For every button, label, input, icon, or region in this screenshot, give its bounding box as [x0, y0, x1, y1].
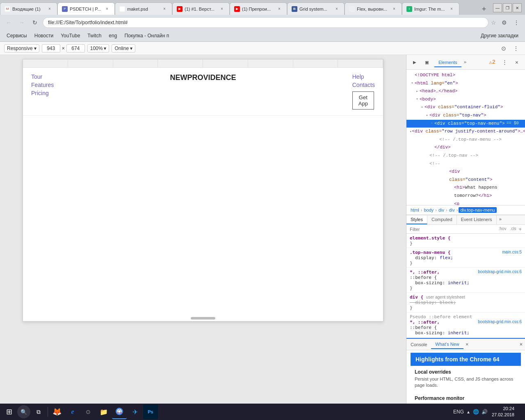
triangle-body[interactable]	[415, 96, 420, 102]
back-button[interactable]: ←	[3, 17, 14, 28]
add-style-btn[interactable]: +	[518, 226, 522, 232]
styles-tab[interactable]: Styles	[406, 215, 427, 224]
taskbar-firefox[interactable]: 🦊	[50, 404, 64, 419]
bookmark-5[interactable]: Покупка - Онлайн п	[121, 32, 172, 39]
triangle-head[interactable]	[415, 89, 420, 94]
forward-button[interactable]: →	[16, 17, 27, 28]
dom-line-comment3[interactable]: <!--	[406, 160, 525, 168]
taskbar-start-button[interactable]: ⊞	[2, 404, 16, 419]
console-tab[interactable]: Console	[406, 340, 431, 349]
dom-line-h1open[interactable]: <h1>What happens	[406, 184, 525, 192]
dom-line-closediv1[interactable]: </div>	[406, 144, 525, 152]
tab-gmail[interactable]: MВходящие (1)×	[0, 2, 57, 15]
dom-line-row[interactable]: <div class="row justify-content-around">…	[406, 128, 525, 136]
bookmark-star-icon[interactable]: ☆	[491, 19, 496, 26]
bookmark-2[interactable]: YouTube	[57, 32, 83, 39]
filter-input[interactable]	[410, 227, 495, 232]
taskbar-search-button[interactable]: 🔍	[17, 405, 30, 418]
tab-close-gmail[interactable]: ×	[46, 6, 53, 12]
tour-link[interactable]: Tour	[31, 73, 54, 80]
dom-line-divopen[interactable]: <div	[406, 168, 525, 176]
tab-psdetch[interactable]: PPSDETCH | P...×	[57, 2, 115, 15]
dom-line-classattr[interactable]: class="content">	[406, 176, 525, 184]
devtools-more-icon[interactable]: ✕	[512, 57, 522, 67]
tray-up-arrow[interactable]: ▲	[466, 410, 470, 414]
triangle-topnav[interactable]	[425, 113, 429, 119]
bc-topnavmenu[interactable]: div.top-nav-menu	[459, 207, 496, 213]
devtools-settings-icon[interactable]: ⋮	[500, 57, 509, 67]
bookmark-3[interactable]: Twitch	[84, 32, 105, 39]
taskbar-clock[interactable]: 20:24 27.02.2018	[492, 406, 514, 418]
whats-new-close-btn[interactable]: ✕	[463, 341, 471, 348]
width-input[interactable]	[42, 44, 60, 52]
taskbar-media[interactable]: ⊙	[81, 404, 96, 419]
devtools-more-tabs[interactable]: »	[461, 58, 469, 66]
tab-yt2[interactable]: ▶(1) Препрои...×	[230, 2, 287, 15]
dom-line-body[interactable]: <body>	[406, 96, 525, 104]
tab-yt1[interactable]: ▶(1) #1. Верст...×	[172, 2, 230, 15]
close-all-btn[interactable]: ✕	[520, 341, 523, 347]
hover-filter-btn[interactable]: :hov	[498, 226, 508, 232]
dom-line-p[interactable]: <p	[406, 200, 525, 205]
online-select[interactable]: Online ▾	[112, 44, 135, 52]
triangle-topnavmenu[interactable]	[429, 121, 434, 126]
contacts-link[interactable]: Contacts	[352, 82, 375, 88]
restore-button[interactable]: ❐	[503, 3, 512, 12]
whats-new-tab[interactable]: What's New	[431, 340, 463, 349]
dom-line-head[interactable]: <head>…</head>	[406, 87, 525, 96]
elements-tab[interactable]: Elements	[434, 58, 461, 67]
dom-line-comment1[interactable]: <!-- /.top-nav-menu -->	[406, 136, 525, 144]
tab-close-imgur[interactable]: ×	[448, 6, 455, 12]
dom-line-h1close[interactable]: tomorrow?</h1>	[406, 192, 525, 200]
bookmark-1[interactable]: Новости	[31, 32, 57, 39]
tab-imgur[interactable]: iImgur: The m...×	[402, 2, 459, 15]
bc-div1[interactable]: div	[438, 208, 445, 212]
taskbar-explorer[interactable]: 📁	[96, 404, 111, 419]
dom-line-topnav[interactable]: <div class="top-nav">	[406, 112, 525, 120]
tray-lang[interactable]: ENG	[453, 409, 464, 415]
capture-screenshot-btn[interactable]: ⊙	[499, 43, 509, 53]
more-options-btn[interactable]: ⋮	[511, 43, 521, 53]
tab-gridsys[interactable]: BGrid system...×	[287, 2, 345, 15]
taskbar-task-view[interactable]: ⧉	[31, 404, 46, 419]
tab-flex[interactable]: Flex, выровн...×	[345, 2, 402, 15]
tab-close-maket[interactable]: ×	[161, 6, 168, 12]
extensions-icon[interactable]: ⚙	[499, 17, 509, 28]
cls-filter-btn[interactable]: .cls	[509, 226, 517, 232]
bookmark-0[interactable]: Сервисы	[3, 32, 30, 39]
help-link[interactable]: Help	[352, 73, 364, 80]
tab-maket[interactable]: maket.psd×	[115, 2, 172, 15]
bc-body[interactable]: body	[423, 208, 434, 212]
taskbar-photoshop[interactable]: Ps	[143, 404, 158, 419]
zoom-select[interactable]: 100% ▾	[87, 44, 110, 52]
tab-close-gridsys[interactable]: ×	[333, 6, 340, 12]
event-listeners-tab[interactable]: Event Listeners	[457, 215, 497, 224]
features-link[interactable]: Features	[31, 82, 54, 88]
minimize-button[interactable]: —	[493, 3, 502, 12]
dom-line-topnavmenu[interactable]: <div class="top-nav-menu"> == $0	[406, 120, 525, 128]
address-input[interactable]: file:///E:/Site/To/portfolio/indext.html…	[43, 17, 488, 28]
taskbar-chrome[interactable]	[112, 404, 127, 419]
other-bookmarks[interactable]: Другие закладки	[477, 32, 522, 39]
new-tab-button[interactable]: +	[478, 3, 490, 15]
styles-more-tabs[interactable]: »	[497, 215, 504, 224]
taskbar-telegram[interactable]: ✈	[128, 404, 142, 419]
taskbar-ie[interactable]: e	[65, 404, 80, 419]
computed-tab[interactable]: Computed	[427, 215, 457, 224]
tab-close-yt2[interactable]: ×	[276, 6, 283, 12]
bookmark-4[interactable]: eng	[105, 32, 120, 39]
tab-close-yt1[interactable]: ×	[219, 6, 225, 12]
inspect-cursor-icon[interactable]: ▶	[410, 57, 420, 67]
device-toolbar-icon[interactable]: ▣	[422, 57, 432, 67]
dom-line-container[interactable]: <div class="container-fluid">	[406, 103, 525, 112]
triangle-html[interactable]	[410, 80, 415, 86]
tab-close-psdetch[interactable]: ×	[104, 6, 110, 12]
get-app-button[interactable]: GetApp	[352, 91, 374, 110]
bc-html[interactable]: html	[410, 208, 420, 212]
chrome-menu-icon[interactable]: ⋮	[511, 17, 522, 28]
dom-line-doctype[interactable]: <!DOCTYPE html>	[406, 71, 525, 80]
dom-line-comment2[interactable]: <!-- /.top-nav -->	[406, 152, 525, 160]
height-input[interactable]	[66, 44, 85, 52]
dom-line-html[interactable]: <html lang="en">	[406, 80, 525, 88]
responsive-mode-select[interactable]: Responsive ▾	[4, 44, 39, 52]
